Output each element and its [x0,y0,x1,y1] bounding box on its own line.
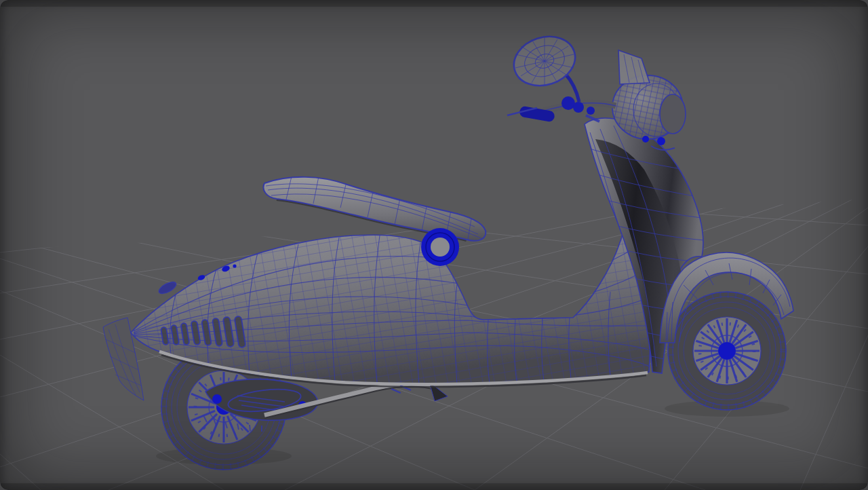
front-hub-cap [718,342,736,360]
viewport-3d[interactable] [0,0,868,490]
bottom-edge-shade [0,483,868,490]
front-wheel[interactable] [668,292,786,410]
top-edge-shade [0,0,868,7]
